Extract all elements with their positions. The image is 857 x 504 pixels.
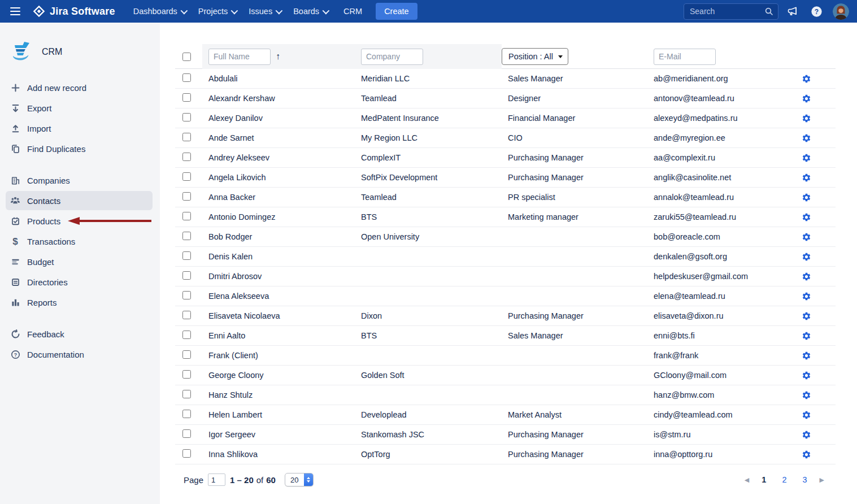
company-filter-input[interactable] — [361, 49, 423, 65]
help-icon[interactable]: ? — [807, 2, 826, 21]
email-filter-input[interactable] — [654, 49, 716, 65]
sidebar-item-directories[interactable]: Directories — [0, 272, 160, 292]
sidebar-item-contacts[interactable]: Contacts — [6, 191, 153, 210]
table-row[interactable]: Enni AaltoBTSSales Managerenni@bts.fi — [175, 326, 836, 346]
page-number-input[interactable] — [208, 473, 225, 486]
row-checkbox[interactable] — [182, 73, 191, 82]
table-row[interactable]: Anna BackerTeamleadPR specialistannalok@… — [175, 188, 836, 207]
row-checkbox[interactable] — [182, 192, 191, 201]
row-settings-gear-icon[interactable] — [802, 390, 811, 400]
full-name-filter-input[interactable] — [208, 49, 271, 65]
row-checkbox[interactable] — [182, 271, 191, 280]
jira-brand[interactable]: Jira Software — [33, 5, 115, 18]
table-row[interactable]: Hanz Shtulzhanz@bmw.com — [175, 385, 836, 405]
sidebar-item-budget[interactable]: Budget — [0, 252, 160, 271]
table-row[interactable]: Alexey DanilovMedPatent InsuranceFinanci… — [175, 108, 836, 128]
table-row[interactable]: Bob RodgerOpen Universitybob@oreacle.com — [175, 227, 836, 247]
table-row[interactable]: AbdulaliMeridian LLCSales Managerab@meri… — [175, 69, 836, 89]
page-link-2[interactable]: 2 — [782, 475, 786, 484]
row-settings-gear-icon[interactable] — [802, 331, 811, 341]
sidebar-item-export[interactable]: Export — [0, 98, 160, 118]
sidebar-item-find-duplicates[interactable]: Find Duplicates — [0, 139, 160, 158]
table-row[interactable]: George CloonyGolden SoftGCloony@mail.com — [175, 366, 836, 385]
sort-ascending-icon[interactable]: ↑ — [276, 51, 280, 62]
row-checkbox[interactable] — [182, 331, 191, 339]
row-checkbox[interactable] — [182, 93, 191, 102]
search-input[interactable] — [690, 7, 764, 16]
row-settings-gear-icon[interactable] — [802, 430, 811, 440]
row-settings-gear-icon[interactable] — [802, 351, 811, 360]
row-checkbox[interactable] — [182, 172, 191, 181]
page-size-select[interactable]: 20 — [285, 473, 314, 486]
row-settings-gear-icon[interactable] — [802, 133, 811, 143]
row-settings-gear-icon[interactable] — [802, 94, 811, 103]
select-all-checkbox[interactable] — [182, 53, 191, 61]
user-avatar[interactable] — [833, 3, 849, 20]
announcements-icon[interactable] — [783, 2, 802, 21]
row-checkbox[interactable] — [182, 429, 191, 438]
row-settings-gear-icon[interactable] — [802, 450, 811, 459]
nav-item-crm[interactable]: CRM — [338, 3, 368, 19]
table-row[interactable]: Elisaveta NicolaevaDixonPurchasing Manag… — [175, 306, 836, 326]
table-row[interactable]: Andrey AlekseevComplexITPurchasing Manag… — [175, 148, 836, 168]
row-settings-gear-icon[interactable] — [802, 292, 811, 301]
table-row[interactable]: Inna ShlikovaOptTorgPurchasing Managerin… — [175, 445, 836, 464]
row-checkbox[interactable] — [182, 212, 191, 220]
row-checkbox[interactable] — [182, 410, 191, 418]
sidebar-item-add-new-record[interactable]: Add new record — [0, 78, 160, 97]
row-checkbox[interactable] — [182, 390, 191, 398]
table-row[interactable]: Angela LikovichSoftPix DevelopmentPurcha… — [175, 168, 836, 188]
row-checkbox[interactable] — [182, 113, 191, 121]
row-checkbox[interactable] — [182, 251, 191, 260]
sidebar-item-companies[interactable]: Companies — [0, 171, 160, 190]
hamburger-icon[interactable] — [9, 7, 21, 16]
row-settings-gear-icon[interactable] — [802, 252, 811, 262]
row-settings-gear-icon[interactable] — [802, 114, 811, 123]
row-checkbox[interactable] — [182, 449, 191, 458]
nav-item-issues[interactable]: Issues — [243, 3, 286, 19]
table-row[interactable]: Ande SarnetMy Region LLCCIOande@myregion… — [175, 128, 836, 148]
table-row[interactable]: Denis Kalendenkalen@gsoft.org — [175, 247, 836, 267]
table-row[interactable]: Antonio DomingezBTSMarketing managerzaru… — [175, 207, 836, 227]
table-row[interactable]: Alexandr KershawTeamleadDesignerantonov@… — [175, 89, 836, 108]
row-checkbox[interactable] — [182, 370, 191, 379]
table-row[interactable]: Igor SergeevStankomash JSCPurchasing Man… — [175, 425, 836, 445]
row-settings-gear-icon[interactable] — [802, 153, 811, 163]
report-icon — [10, 297, 20, 307]
table-row[interactable]: Dmitri Abrosovhelpdeskuser@gmail.com — [175, 267, 836, 286]
prev-page-arrow[interactable]: ◀ — [745, 476, 749, 484]
next-page-arrow[interactable]: ▶ — [820, 476, 824, 484]
position-filter-select[interactable]: Position : All — [502, 48, 568, 65]
table-row[interactable]: Frank (Client)frank@frank — [175, 346, 836, 366]
sidebar-item-documentation[interactable]: ?Documentation — [0, 345, 160, 364]
sidebar-item-reports[interactable]: Reports — [0, 293, 160, 312]
row-settings-gear-icon[interactable] — [802, 193, 811, 202]
row-checkbox[interactable] — [182, 153, 191, 161]
row-checkbox[interactable] — [182, 133, 191, 141]
row-settings-gear-icon[interactable] — [802, 212, 811, 222]
page-link-1[interactable]: 1 — [762, 475, 766, 484]
row-settings-gear-icon[interactable] — [802, 371, 811, 380]
sidebar-item-products[interactable]: Products — [0, 211, 160, 231]
global-search[interactable] — [684, 3, 778, 20]
page-link-3[interactable]: 3 — [802, 475, 807, 484]
row-settings-gear-icon[interactable] — [802, 272, 811, 281]
sidebar-item-feedback[interactable]: Feedback — [0, 324, 160, 344]
row-settings-gear-icon[interactable] — [802, 173, 811, 183]
row-checkbox[interactable] — [182, 311, 191, 319]
table-row[interactable]: Helen LambertDevelopleadMarket Analystci… — [175, 405, 836, 425]
nav-item-projects[interactable]: Projects — [193, 3, 242, 19]
row-checkbox[interactable] — [182, 291, 191, 299]
sidebar-item-transactions[interactable]: $Transactions — [0, 232, 160, 251]
table-row[interactable]: Elena Alekseevaelena@teamlead.ru — [175, 286, 836, 306]
create-button[interactable]: Create — [376, 3, 417, 20]
nav-item-dashboards[interactable]: Dashboards — [128, 3, 192, 19]
row-settings-gear-icon[interactable] — [802, 232, 811, 242]
sidebar-item-import[interactable]: Import — [0, 119, 160, 138]
row-checkbox[interactable] — [182, 350, 191, 359]
nav-item-boards[interactable]: Boards — [288, 3, 333, 19]
row-checkbox[interactable] — [182, 232, 191, 240]
row-settings-gear-icon[interactable] — [802, 74, 811, 84]
row-settings-gear-icon[interactable] — [802, 410, 811, 420]
row-settings-gear-icon[interactable] — [802, 311, 811, 321]
